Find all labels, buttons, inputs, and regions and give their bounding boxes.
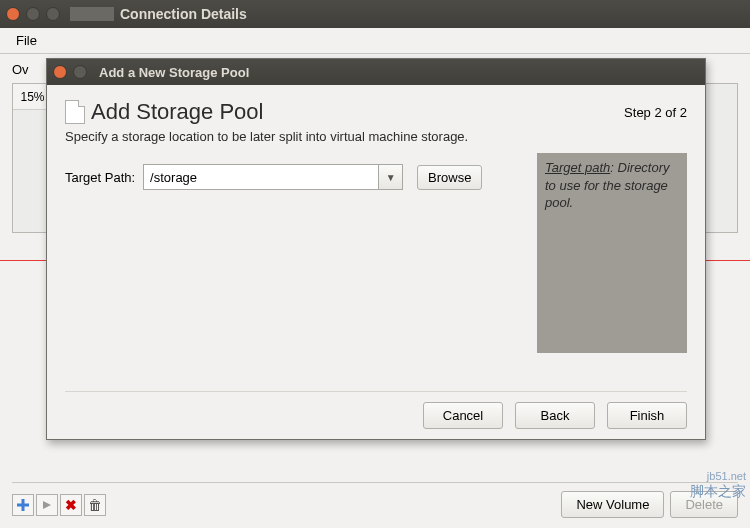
dialog-body: Add Storage Pool Specify a storage locat… — [47, 85, 705, 439]
heading-text: Add Storage Pool — [91, 99, 263, 125]
help-colon: : — [610, 160, 617, 175]
combo-dropdown-button[interactable]: ▼ — [378, 165, 402, 189]
trash-icon: 🗑 — [88, 497, 102, 513]
dialog-title: Add a New Storage Pool — [99, 65, 249, 80]
finish-button[interactable]: Finish — [607, 402, 687, 429]
add-storage-pool-dialog: Add a New Storage Pool Add Storage Pool … — [46, 58, 706, 440]
target-path-input[interactable] — [144, 165, 378, 189]
watermark: jb51.net 脚本之家 — [690, 470, 746, 500]
target-path-label: Target Path: — [65, 170, 135, 185]
chevron-down-icon: ▼ — [386, 172, 396, 183]
parent-titlebar: Connection Details — [0, 0, 750, 28]
bottom-toolbar: ✖ 🗑 New Volume Delete — [12, 482, 738, 518]
dialog-titlebar: Add a New Storage Pool — [47, 59, 705, 85]
minimize-icon[interactable] — [73, 65, 87, 79]
x-icon: ✖ — [65, 497, 77, 513]
play-icon — [42, 500, 52, 510]
dialog-heading: Add Storage Pool — [65, 99, 468, 125]
document-icon — [65, 100, 85, 124]
cancel-button[interactable]: Cancel — [423, 402, 503, 429]
svg-marker-2 — [43, 501, 51, 509]
dialog-header-row: Add Storage Pool Specify a storage locat… — [65, 99, 687, 144]
watermark-url: jb51.net — [690, 470, 746, 483]
close-icon[interactable] — [53, 65, 67, 79]
close-icon[interactable] — [6, 7, 20, 21]
plus-icon — [16, 498, 30, 512]
connection-details-window: Connection Details File Ov 15% ✖ 🗑 New V… — [0, 0, 750, 528]
new-volume-button[interactable]: New Volume — [561, 491, 664, 518]
dialog-subtitle: Specify a storage location to be later s… — [65, 129, 468, 144]
svg-rect-1 — [17, 503, 29, 506]
menu-file[interactable]: File — [8, 30, 45, 51]
help-title: Target path — [545, 160, 610, 175]
add-pool-button[interactable] — [12, 494, 34, 516]
dialog-button-row: Cancel Back Finish — [65, 391, 687, 429]
dialog-window-controls — [53, 65, 87, 79]
maximize-icon[interactable] — [46, 7, 60, 21]
window-title: Connection Details — [120, 6, 247, 22]
delete-pool-button[interactable]: 🗑 — [84, 494, 106, 516]
step-indicator: Step 2 of 2 — [624, 105, 687, 120]
back-button[interactable]: Back — [515, 402, 595, 429]
watermark-cn: 脚本之家 — [690, 483, 746, 500]
minimize-icon[interactable] — [26, 7, 40, 21]
hostname-blurred — [70, 7, 114, 21]
target-path-combo[interactable]: ▼ — [143, 164, 403, 190]
stop-pool-button[interactable]: ✖ — [60, 494, 82, 516]
browse-button[interactable]: Browse — [417, 165, 482, 190]
window-controls — [6, 7, 60, 21]
help-panel: Target path: Directory to use for the st… — [537, 153, 687, 353]
start-pool-button[interactable] — [36, 494, 58, 516]
menubar: File — [0, 28, 750, 54]
heading-wrap: Add Storage Pool Specify a storage locat… — [65, 99, 468, 144]
